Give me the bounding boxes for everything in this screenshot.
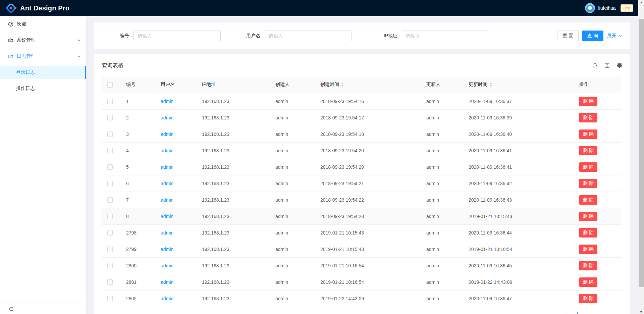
page-button-1[interactable]: 1 [567, 312, 578, 314]
username-link[interactable]: admin [161, 279, 173, 285]
row-checkbox[interactable] [107, 132, 113, 137]
ip-input[interactable] [402, 31, 489, 41]
row-checkbox[interactable] [107, 296, 113, 301]
row-checkbox[interactable] [107, 279, 113, 285]
delete-button[interactable]: 删 除 [579, 294, 597, 303]
user-avatar[interactable] [585, 3, 595, 13]
cell-id: 2 [121, 109, 155, 126]
scrollbar-down-arrow[interactable] [638, 309, 644, 314]
select-all-checkbox[interactable] [107, 82, 113, 88]
row-checkbox[interactable] [107, 181, 113, 186]
row-checkbox[interactable] [107, 197, 113, 203]
username-link[interactable]: admin [161, 230, 173, 235]
page-scrollbar[interactable] [638, 0, 644, 314]
collapse-sidebar-button[interactable] [8, 306, 13, 312]
delete-button[interactable]: 删 除 [579, 277, 597, 287]
username-link[interactable]: admin [161, 296, 173, 301]
user-menu[interactable]: liufeihua dev [585, 3, 633, 13]
delete-button[interactable]: 删 除 [579, 97, 597, 106]
username-input[interactable] [265, 31, 352, 41]
cell-created-at: 2019-01-21 10:15:43 [315, 224, 421, 241]
cell-ip: 192.168.1.23 [197, 257, 270, 274]
sidebar-item-login-log[interactable]: 登录日志 [0, 66, 86, 79]
cell-updater: admin [421, 274, 463, 290]
delete-button[interactable]: 删 除 [579, 179, 597, 188]
pagination: 1 [102, 307, 622, 314]
query-button[interactable]: 查 询 [582, 31, 603, 41]
cell-ip: 192.168.1.23 [197, 175, 270, 192]
id-input[interactable] [133, 31, 221, 41]
delete-button[interactable]: 删 除 [579, 113, 597, 122]
cell-updated-at: 2020-11-09 16:36:44 [463, 224, 574, 241]
delete-button[interactable]: 删 除 [579, 245, 597, 254]
form-actions: 重 置 查 询 展开 [557, 31, 622, 41]
app-logo[interactable]: Ant Design Pro [5, 3, 69, 14]
username-link[interactable]: admin [161, 99, 173, 104]
column-header-label: 更新时间 [469, 82, 487, 88]
scrollbar-up-arrow[interactable] [638, 0, 644, 5]
delete-button[interactable]: 删 除 [579, 129, 597, 139]
username-link[interactable]: admin [161, 164, 173, 170]
setting-icon[interactable] [617, 63, 622, 68]
cell-creator: admin [270, 208, 315, 224]
sidebar-item-welcome[interactable]: 欢迎 [0, 17, 86, 31]
cell-id: 2798 [121, 224, 155, 241]
sidebar-item-label: 日志管理 [17, 53, 36, 59]
sidebar-item-log-management[interactable]: 日志管理 [0, 50, 86, 63]
username-link[interactable]: admin [161, 181, 173, 186]
cell-created-at: 2018-09-23 19:54:16 [315, 93, 421, 109]
expand-toggle[interactable]: 展开 [607, 33, 622, 39]
username-link[interactable]: admin [161, 263, 173, 268]
username-link[interactable]: admin [161, 214, 173, 219]
table-row: 2799 admin 192.168.1.23 admin 2019-01-21… [102, 241, 622, 257]
username-link[interactable]: admin [161, 148, 173, 153]
table-toolbar-icons [592, 63, 622, 68]
row-checkbox[interactable] [107, 164, 113, 170]
reset-button[interactable]: 重 置 [557, 31, 579, 41]
username-link[interactable]: admin [161, 132, 173, 137]
cell-updated-at: 2019-01-21 10:16:54 [463, 241, 574, 257]
scrollbar-thumb[interactable] [639, 19, 644, 287]
username-link[interactable]: admin [161, 197, 173, 203]
expand-label: 展开 [607, 33, 616, 39]
delete-button[interactable]: 删 除 [579, 261, 597, 270]
cell-updated-at: 2019-01-22 14:43:09 [463, 274, 574, 290]
delete-button[interactable]: 删 除 [579, 162, 597, 172]
cell-creator: admin [270, 224, 315, 241]
sidebar-footer [0, 304, 86, 314]
sidebar: 欢迎 系统管理 日志管理 登录日志 操作日志 [0, 16, 86, 314]
cell-id: 5 [121, 159, 155, 175]
delete-button[interactable]: 删 除 [579, 195, 597, 205]
cell-ip: 192.168.1.23 [197, 93, 270, 109]
cell-created-at: 2018-09-23 19:54:22 [315, 192, 421, 208]
row-checkbox[interactable] [107, 247, 113, 252]
delete-button[interactable]: 删 除 [579, 146, 597, 155]
delete-button[interactable]: 删 除 [579, 228, 597, 238]
column-header-id: 编号 [121, 76, 155, 93]
column-height-icon[interactable] [604, 63, 610, 68]
sidebar-item-operation-log[interactable]: 操作日志 [0, 82, 86, 95]
column-header-created-at[interactable]: 创建时间 [315, 76, 421, 93]
row-checkbox[interactable] [107, 148, 113, 153]
cell-created-at: 2018-09-23 19:54:20 [315, 159, 421, 175]
column-header-label: 创建时间 [320, 82, 339, 88]
column-header-updated-at[interactable]: 更新时间 [463, 76, 574, 93]
cell-updated-at: 2020-11-09 16:36:40 [463, 126, 574, 142]
delete-button[interactable]: 删 除 [579, 212, 597, 221]
row-checkbox[interactable] [107, 115, 113, 120]
sidebar-item-system-management[interactable]: 系统管理 [0, 34, 86, 47]
cell-creator: admin [270, 175, 315, 192]
cell-updater: admin [421, 241, 463, 257]
cell-updated-at: 2020-11-09 16:36:45 [463, 257, 574, 274]
app-title: Ant Design Pro [20, 4, 69, 12]
row-checkbox[interactable] [107, 214, 113, 219]
page-size-select[interactable] [582, 312, 612, 314]
row-checkbox[interactable] [107, 99, 113, 104]
username-link[interactable]: admin [161, 115, 173, 120]
reload-icon[interactable] [592, 63, 597, 68]
username: liufeihua [598, 5, 615, 11]
row-checkbox[interactable] [107, 230, 113, 235]
row-checkbox[interactable] [107, 263, 113, 268]
username-link[interactable]: admin [161, 247, 173, 252]
cell-id: 2799 [121, 241, 155, 257]
